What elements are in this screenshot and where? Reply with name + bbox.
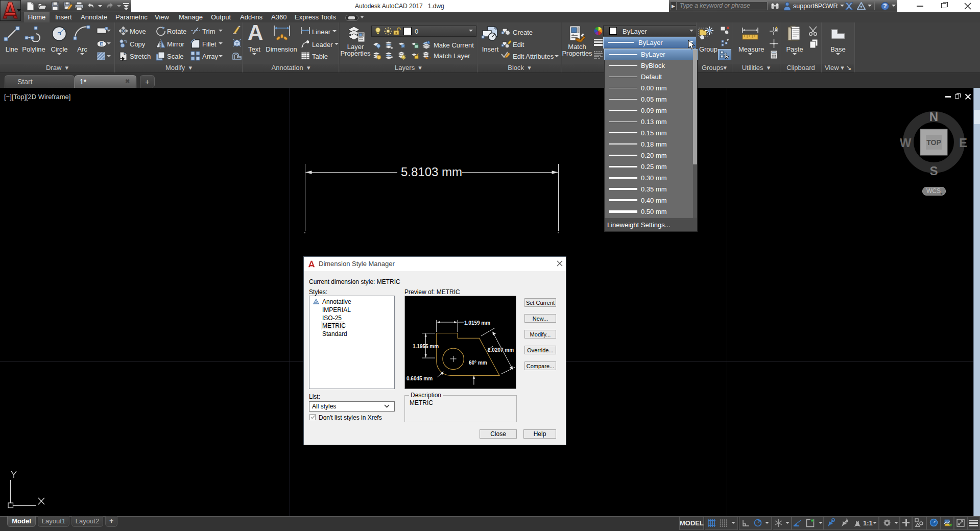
svg-text:2.0207 mm: 2.0207 mm <box>488 347 514 353</box>
svg-text:N: N <box>929 110 938 124</box>
svg-text:1.0159 mm: 1.0159 mm <box>464 320 490 326</box>
svg-text:1.1955 mm: 1.1955 mm <box>413 344 439 349</box>
svg-text:60° mm: 60° mm <box>469 360 487 366</box>
svg-text:E: E <box>959 136 967 150</box>
svg-text:?: ? <box>883 3 887 10</box>
svg-text:TOP: TOP <box>926 138 941 147</box>
svg-text:5.8103 mm: 5.8103 mm <box>401 165 462 179</box>
svg-text:S: S <box>929 164 938 176</box>
svg-text:W: W <box>900 136 912 150</box>
svg-text:0.6045 mm: 0.6045 mm <box>407 376 433 381</box>
